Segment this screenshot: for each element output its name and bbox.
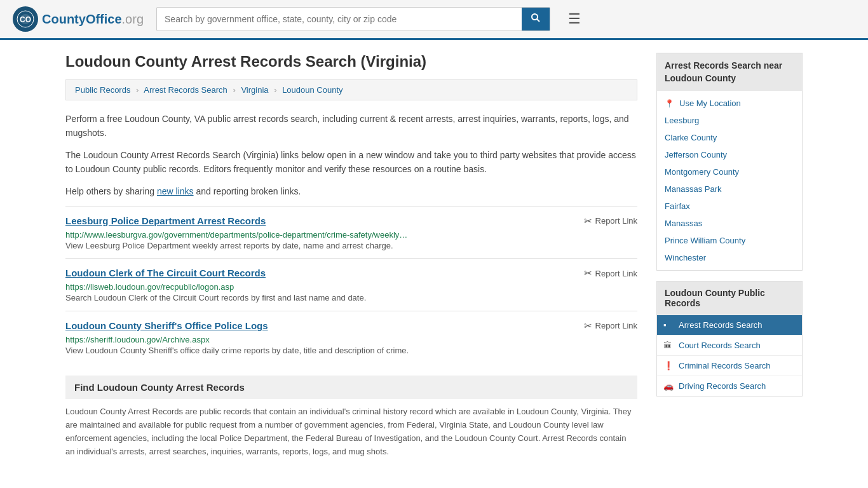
sidebar-arrest-records[interactable]: ▪ Arrest Records Search (657, 315, 802, 335)
breadcrumb: Public Records › Arrest Records Search ›… (65, 79, 637, 100)
nearby-manassas-park[interactable]: Manassas Park (657, 180, 802, 198)
nearby-title: Arrest Records Search near Loudoun Count… (657, 53, 802, 91)
nearby-jefferson-link[interactable]: Jefferson County (665, 150, 727, 159)
nearby-use-location[interactable]: 📍 Use My Location (657, 95, 802, 112)
logo-text: CountyOffice.org (42, 12, 144, 27)
desc-para1: Perform a free Loudoun County, VA public… (65, 112, 637, 140)
nearby-box: Arrest Records Search near Loudoun Count… (656, 53, 803, 271)
location-icon: 📍 (665, 99, 674, 108)
search-bar (156, 7, 550, 31)
svg-line-4 (537, 19, 539, 22)
desc-para2: The Loudoun County Arrest Records Search… (65, 148, 637, 177)
new-links-link[interactable]: new links (157, 186, 194, 196)
nearby-leesburg-link[interactable]: Leesburg (665, 116, 699, 125)
arrest-icon: ▪ (663, 320, 674, 330)
search-button[interactable] (522, 8, 550, 30)
sidebar-driving-records[interactable]: 🚗 Driving Records Search (657, 376, 802, 396)
main-container: Loudoun County Arrest Records Search (Vi… (53, 40, 815, 471)
nearby-clarke-link[interactable]: Clarke County (665, 133, 717, 142)
report-icon-0: ✂ (584, 215, 592, 227)
nearby-links: 📍 Use My Location Leesburg Clarke County… (657, 91, 802, 270)
nearby-clarke[interactable]: Clarke County (657, 129, 802, 146)
nearby-montgomery[interactable]: Montgomery County (657, 163, 802, 180)
criminal-icon: ❗ (663, 361, 674, 370)
nearby-prince-william-link[interactable]: Prince William County (665, 236, 745, 245)
record-title-1[interactable]: Loudoun Clerk of The Circuit Court Recor… (65, 268, 266, 278)
nearby-fairfax[interactable]: Fairfax (657, 198, 802, 215)
sidebar-criminal-records-link[interactable]: Criminal Records Search (679, 361, 771, 370)
breadcrumb-virginia[interactable]: Virginia (241, 85, 268, 95)
court-icon: 🏛 (663, 341, 674, 350)
nearby-jefferson[interactable]: Jefferson County (657, 146, 802, 163)
report-link-2[interactable]: ✂ Report Link (584, 320, 637, 332)
find-section-desc: Loudoun County Arrest Records are public… (65, 405, 637, 458)
record-url-0[interactable]: http://www.leesburgva.gov/government/dep… (65, 230, 407, 240)
nearby-manassas-link[interactable]: Manassas (665, 219, 702, 228)
header: CO CountyOffice.org ☰ (0, 0, 868, 40)
page-title: Loudoun County Arrest Records Search (Vi… (65, 53, 637, 71)
report-icon-2: ✂ (584, 320, 592, 332)
breadcrumb-arrest-records[interactable]: Arrest Records Search (144, 85, 227, 95)
menu-button[interactable]: ☰ (563, 8, 586, 30)
public-records-box: Loudoun County Public Records ▪ Arrest R… (656, 281, 803, 396)
sidebar-driving-records-link[interactable]: Driving Records Search (679, 381, 766, 391)
nearby-manassas-park-link[interactable]: Manassas Park (665, 184, 722, 194)
sidebar: Arrest Records Search near Loudoun Count… (656, 53, 803, 459)
breadcrumb-public-records[interactable]: Public Records (75, 85, 130, 95)
desc-para3: Help others by sharing new links and rep… (65, 184, 637, 198)
sidebar-arrest-records-link[interactable]: Arrest Records Search (679, 320, 763, 330)
svg-text:CO: CO (20, 15, 31, 24)
nearby-prince-william[interactable]: Prince William County (657, 232, 802, 249)
record-card-1: Loudoun Clerk of The Circuit Court Recor… (65, 258, 637, 311)
public-records-title: Loudoun County Public Records (657, 281, 802, 315)
nearby-winchester-link[interactable]: Winchester (665, 253, 706, 262)
record-desc-2: View Loudoun County Sheriff's office dai… (65, 344, 637, 357)
record-desc-0: View Leesburg Police Department weekly a… (65, 240, 637, 252)
record-url-1[interactable]: https://lisweb.loudoun.gov/recpublic/log… (65, 282, 234, 292)
find-section-title: Find Loudoun County Arrest Records (65, 376, 637, 399)
search-input[interactable] (157, 9, 522, 29)
report-icon-1: ✂ (584, 268, 592, 279)
nearby-leesburg[interactable]: Leesburg (657, 112, 802, 129)
sidebar-court-records[interactable]: 🏛 Court Records Search (657, 335, 802, 355)
svg-point-3 (532, 14, 538, 20)
record-card-2: Loudoun County Sheriff's Office Police L… (65, 311, 637, 363)
logo-icon: CO (13, 6, 38, 32)
record-desc-1: Search Loudoun Clerk of the Circuit Cour… (65, 292, 637, 304)
sidebar-court-records-link[interactable]: Court Records Search (679, 341, 761, 350)
record-title-2[interactable]: Loudoun County Sheriff's Office Police L… (65, 320, 268, 331)
nearby-fairfax-link[interactable]: Fairfax (665, 201, 690, 211)
driving-icon: 🚗 (663, 381, 674, 391)
logo[interactable]: CO CountyOffice.org (13, 6, 144, 32)
record-title-0[interactable]: Leesburg Police Department Arrest Record… (65, 215, 266, 226)
report-link-0[interactable]: ✂ Report Link (584, 215, 637, 227)
nearby-montgomery-link[interactable]: Montgomery County (665, 167, 739, 177)
nearby-winchester[interactable]: Winchester (657, 249, 802, 266)
records-list: Leesburg Police Department Arrest Record… (65, 206, 637, 363)
nearby-use-location-link[interactable]: Use My Location (679, 98, 741, 108)
breadcrumb-loudoun[interactable]: Loudoun County (282, 85, 342, 95)
sidebar-criminal-records[interactable]: ❗ Criminal Records Search (657, 355, 802, 376)
content-area: Loudoun County Arrest Records Search (Vi… (65, 53, 637, 459)
report-link-1[interactable]: ✂ Report Link (584, 268, 637, 279)
record-url-2[interactable]: https://sheriff.loudoun.gov/Archive.aspx (65, 335, 210, 344)
nearby-manassas[interactable]: Manassas (657, 215, 802, 232)
record-card-0: Leesburg Police Department Arrest Record… (65, 206, 637, 259)
